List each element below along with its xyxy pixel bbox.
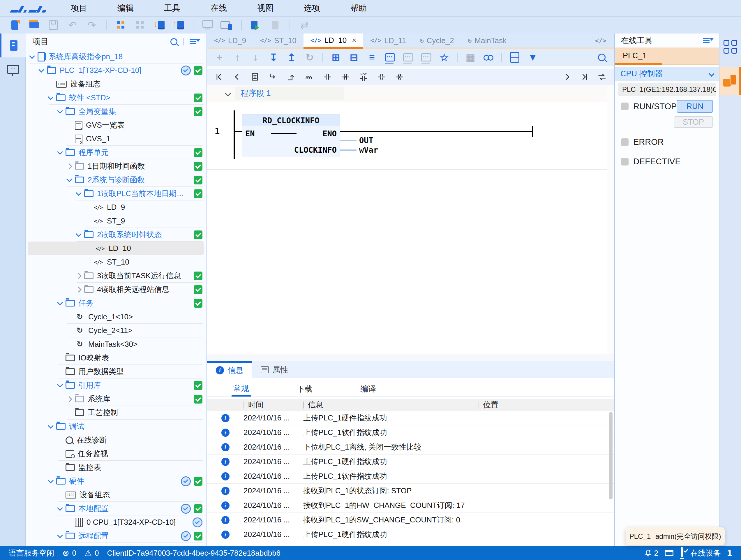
tree-item[interactable]: 0 CPU_1[T324-XP-CD-10]	[26, 515, 206, 529]
add-element-icon[interactable]: +	[214, 51, 224, 64]
coil-negated-icon[interactable]	[395, 72, 405, 82]
tree-item[interactable]: 在线诊断	[26, 433, 206, 447]
log-row[interactable]: i 2024/10/16 ... 上传PLC_1硬件指纹成功	[207, 527, 614, 542]
tree-item[interactable]: 2读取系统时钟状态	[26, 228, 206, 242]
editor-tab[interactable]: </> LD_10 ×	[304, 34, 363, 49]
split-view-icon[interactable]	[510, 51, 520, 64]
menu-item[interactable]: 在线	[195, 3, 242, 14]
editor-tab[interactable]: </> LD_11 ×	[363, 34, 413, 48]
tree-item[interactable]: 用户数据类型	[26, 365, 206, 378]
coil-icon[interactable]	[377, 72, 387, 82]
branch-down-icon[interactable]	[268, 72, 278, 82]
tree-item[interactable]: 4读取相关远程站信息	[26, 283, 206, 296]
upload-from-plc-icon[interactable]	[172, 18, 185, 32]
tree-item[interactable]: 任务监视	[26, 447, 206, 461]
chevron-icon[interactable]	[76, 231, 81, 237]
log-row[interactable]: i 2024/10/16 ... 上传PLC_1软件指纹成功	[207, 469, 614, 484]
stop-button[interactable]: STOP	[674, 116, 713, 128]
split-caret-icon[interactable]: ▼	[528, 51, 538, 64]
comment-remove-icon[interactable]	[421, 51, 431, 64]
log-scrollbar-thumb[interactable]	[609, 412, 613, 499]
sort-filter-icon[interactable]	[703, 38, 713, 44]
undo-icon[interactable]: ↶	[66, 18, 79, 32]
go-offline-icon[interactable]	[201, 18, 214, 32]
comment-alt-icon[interactable]	[403, 51, 413, 64]
download-to-plc-icon[interactable]	[153, 18, 166, 32]
go-next-icon[interactable]	[562, 72, 572, 82]
warning-counter[interactable]: ⚠0	[84, 548, 99, 558]
error-counter[interactable]: ⊗0	[62, 548, 76, 558]
tree-item[interactable]: PLC_1[T324-XP-CD-10]	[26, 64, 206, 77]
search-icon[interactable]	[597, 51, 607, 64]
tab-close-icon[interactable]: ×	[352, 36, 356, 45]
tree-item[interactable]: ↻ MainTask<30>	[26, 337, 206, 351]
log-row[interactable]: i 2024/10/16 ... 下位机PLC_1离线, 关闭一致性比较	[207, 440, 614, 454]
move-down-icon[interactable]: ↓	[250, 51, 261, 64]
tree-item[interactable]: 软件 <STD>	[26, 91, 206, 105]
column-header[interactable]: 时间	[244, 400, 303, 410]
chevron-icon[interactable]	[57, 108, 63, 114]
log-row[interactable]: i 2024/10/16 ... 接收到PLC_1的状态订阅: STOP	[207, 484, 614, 498]
tree-item[interactable]: 本地配置	[26, 502, 206, 515]
ladder-canvas[interactable]: 程序段 1 1 RD_CLOCKINFO EN ENO CLOCKINFO OU…	[207, 85, 614, 354]
contact-no-icon[interactable]	[323, 72, 332, 82]
save-icon[interactable]	[47, 18, 60, 32]
online-device-status-icon[interactable]	[680, 547, 684, 559]
pin-eno[interactable]: ENO	[323, 129, 337, 138]
chevron-icon[interactable]	[57, 300, 63, 305]
info-panel-tab[interactable]: 属性	[252, 361, 297, 378]
pin-clockinfo[interactable]: CLOCKINFO	[294, 145, 337, 154]
chevron-icon[interactable]	[66, 176, 72, 182]
tree-item[interactable]: ↻ Cycle_2<11>	[26, 324, 206, 337]
insert-network-icon[interactable]: ⊞	[331, 51, 341, 64]
chevron-icon[interactable]	[57, 382, 63, 387]
menu-item[interactable]: 视图	[242, 3, 289, 14]
tree-item[interactable]: GVS一览表	[26, 118, 206, 132]
column-header[interactable]: 信息	[303, 400, 479, 410]
tree-item[interactable]: 系统库高级指令pn_18	[26, 50, 206, 64]
chevron-icon[interactable]	[66, 396, 72, 402]
pin-en[interactable]: EN	[245, 129, 255, 138]
refresh-icon[interactable]: ↻	[305, 51, 315, 64]
chevron-icon[interactable]	[66, 164, 72, 169]
redo-icon[interactable]: ↷	[85, 18, 98, 32]
tree-item[interactable]: 1100 设备组态	[26, 77, 206, 91]
dashboard-grid-icon[interactable]	[724, 40, 737, 53]
search-icon[interactable]	[171, 38, 178, 45]
export-network-icon[interactable]: ↥	[286, 51, 297, 64]
canvas-vertical-scrollbar[interactable]	[607, 85, 614, 354]
chevron-icon[interactable]	[39, 67, 44, 72]
menu-item[interactable]: 项目	[56, 3, 102, 14]
code-view-icon[interactable]: </>	[595, 34, 614, 48]
editor-tab[interactable]: ↻ Cycle_2 ×	[413, 34, 461, 48]
import-network-icon[interactable]: ↧	[268, 51, 279, 64]
info-panel-tab[interactable]: i 信息	[207, 361, 252, 378]
notification-counter[interactable]: 2	[644, 549, 658, 558]
insert-block-icon[interactable]	[250, 72, 260, 82]
online-tools-strip-item[interactable]	[720, 67, 741, 95]
tree-item[interactable]: ↻ Cycle_1<10>	[26, 310, 206, 324]
log-row[interactable]: i 2024/10/16 ... 上传PLC_1硬件指纹成功	[207, 454, 614, 469]
cpu-controller-section[interactable]: CPU 控制器	[615, 67, 719, 81]
tree-item[interactable]: 工艺控制	[26, 406, 206, 420]
log-row[interactable]: i 2024/10/16 ... 接收到PLC_1的SW_CHANGE_COUN…	[207, 513, 614, 527]
tree-item[interactable]: GVS_1	[26, 132, 206, 146]
tree-item[interactable]: IO映射表	[26, 351, 206, 365]
go-last-icon[interactable]	[580, 72, 590, 82]
tree-item[interactable]: 调试	[26, 420, 206, 433]
tree-item[interactable]: </> LD_9	[26, 200, 206, 214]
tree-item[interactable]: 硬件	[26, 474, 206, 488]
log-row[interactable]: i 2024/10/16 ... 上传PLC_1软件指纹成功	[207, 425, 614, 440]
menu-item[interactable]: 选项	[289, 3, 335, 14]
chevron-icon[interactable]	[29, 53, 35, 59]
function-block[interactable]: RD_CLOCKINFO EN ENO CLOCKINFO	[242, 115, 340, 157]
log-row[interactable]: i 2024/10/16 ... 上传PLC_1硬件指纹成功	[207, 411, 614, 425]
tree-item[interactable]: 引用库	[26, 378, 206, 392]
branch-up-icon[interactable]	[286, 72, 296, 82]
chevron-icon[interactable]	[48, 478, 54, 483]
find-references-icon[interactable]	[483, 51, 494, 64]
tree-item[interactable]: </> LD_10	[28, 242, 204, 255]
canvas-horizontal-scrollbar[interactable]	[207, 354, 614, 361]
sort-filter-icon[interactable]	[190, 39, 200, 45]
tree-item[interactable]: 3读取当前TASK运行信息	[26, 269, 206, 283]
